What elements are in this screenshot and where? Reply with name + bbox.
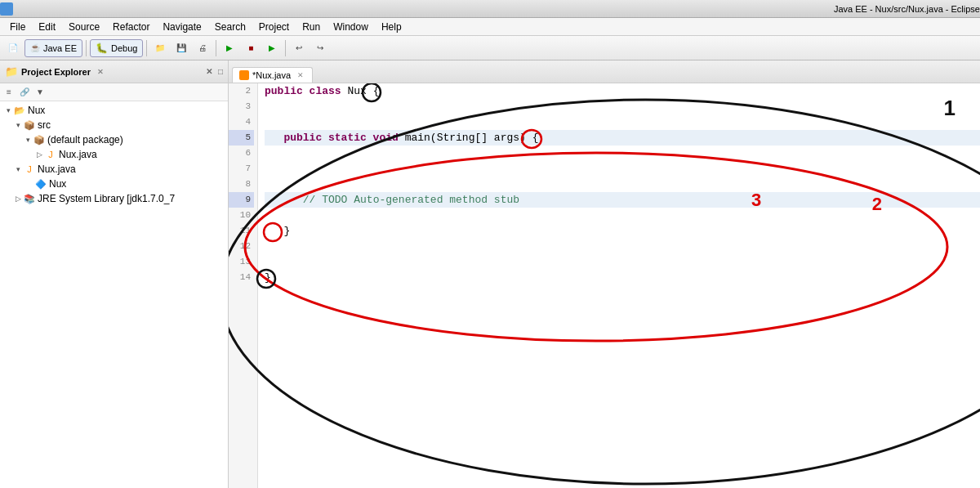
- tree-label-nux: Nux: [28, 105, 45, 116]
- code-line-7: [265, 161, 980, 177]
- tree-label-pkg: (default package): [47, 134, 123, 146]
- title-bar: Java EE - Nux/src/Nux.java - Eclipse: [0, 0, 980, 18]
- save-button[interactable]: 💾: [172, 38, 191, 58]
- package-icon: 📦: [33, 133, 46, 146]
- collapse-all-button[interactable]: ≡: [2, 85, 16, 100]
- code-line-6: [265, 146, 980, 161]
- tree-arrow-nux-java1: ▷: [34, 150, 44, 159]
- debug-perspective[interactable]: 🐛 Debug: [90, 39, 143, 57]
- line-num-10: 10: [229, 208, 254, 223]
- editor-content[interactable]: 2 3 4 5 6 7 8 9 10 11 12 13 14 public cl…: [229, 83, 980, 488]
- menu-help[interactable]: Help: [375, 20, 408, 34]
- tree-item-jre[interactable]: ▷ 📚 JRE System Library [jdk1.7.0_7: [0, 191, 228, 206]
- code-line-2: public class Nux {: [265, 83, 980, 99]
- new-button[interactable]: 📄: [3, 38, 23, 58]
- line-num-7: 7: [229, 161, 254, 177]
- eclipse-icon: [0, 2, 13, 16]
- stop-button[interactable]: ■: [241, 38, 261, 58]
- java-ee-label: Java EE: [43, 43, 77, 53]
- view-menu-button[interactable]: ▼: [33, 85, 47, 100]
- tab-label: *Nux.java: [252, 70, 291, 80]
- menu-file[interactable]: File: [3, 20, 32, 34]
- tree-arrow-nux-class: [24, 179, 34, 189]
- code-area: 2 3 4 5 6 7 8 9 10 11 12 13 14 public cl…: [229, 83, 980, 488]
- toolbar: 📄 ☕ Java EE 🐛 Debug 📁 💾 🖨 ▶ ■ ▶ ↩ ↪: [0, 36, 980, 60]
- code-line-9: // TODO Auto-generated method stub: [265, 192, 980, 208]
- tree-item-nux-java-2[interactable]: ▾ J Nux.java: [0, 162, 228, 177]
- editor-tabs: *Nux.java ✕: [229, 60, 980, 83]
- tree-arrow-nux-java2: ▾: [13, 164, 23, 174]
- editor-panel: *Nux.java ✕ 2 3 4 5 6 7 8 9 10 11 12: [229, 60, 980, 488]
- line-num-4: 4: [229, 114, 254, 130]
- project-icon: 📂: [13, 104, 26, 117]
- tree-label-src: src: [38, 119, 51, 131]
- jre-icon: 📚: [23, 192, 36, 205]
- tab-close-button[interactable]: ✕: [297, 71, 304, 79]
- line-num-2: 2: [229, 83, 254, 99]
- code-lines[interactable]: public class Nux { public static void ma…: [258, 83, 980, 488]
- project-tree: ▾ 📂 Nux ▾ 📦 src ▾ 📦 (default package): [0, 101, 228, 488]
- menu-run[interactable]: Run: [296, 20, 327, 34]
- menu-refactor[interactable]: Refactor: [106, 20, 156, 34]
- tree-item-default-package[interactable]: ▾ 📦 (default package): [0, 132, 228, 147]
- code-line-12: [265, 239, 980, 254]
- menu-project[interactable]: Project: [252, 20, 296, 34]
- menu-search[interactable]: Search: [208, 20, 252, 34]
- line-num-5: 5: [229, 130, 254, 146]
- class-icon: 🔷: [34, 177, 47, 190]
- tree-label-nux-class: Nux: [49, 178, 66, 190]
- code-line-3: [265, 99, 980, 114]
- project-explorer-folder-icon: 📁: [5, 65, 18, 78]
- toolbar-separator3: [216, 40, 216, 56]
- line-num-6: 6: [229, 146, 254, 161]
- tree-arrow-jre: ▷: [13, 194, 23, 204]
- java-ee-perspective[interactable]: ☕ Java EE: [24, 39, 82, 57]
- menu-bar: File Edit Source Refactor Navigate Searc…: [0, 18, 980, 36]
- tree-label-jre: JRE System Library [jdk1.7.0_7: [38, 193, 175, 204]
- code-line-14: }: [265, 270, 980, 285]
- run-button[interactable]: ▶: [220, 38, 239, 58]
- line-num-8: 8: [229, 177, 254, 192]
- undo-button[interactable]: ↩: [289, 38, 309, 58]
- menu-navigate[interactable]: Navigate: [156, 20, 207, 34]
- code-line-8: [265, 177, 980, 192]
- line-num-11: 11: [229, 223, 254, 239]
- tree-item-nux-project[interactable]: ▾ 📂 Nux: [0, 103, 228, 118]
- tree-item-src[interactable]: ▾ 📦 src: [0, 118, 228, 132]
- panel-minimize-button[interactable]: □: [218, 67, 223, 76]
- project-explorer-panel: 📁 Project Explorer ✕ ✕ □ ≡ 🔗 ▼ ▾ 📂 Nux ▾…: [0, 60, 229, 488]
- tree-item-nux-class[interactable]: 🔷 Nux: [0, 177, 228, 191]
- debug-icon: 🐛: [96, 43, 108, 54]
- code-line-10: [265, 208, 980, 223]
- menu-source[interactable]: Source: [62, 20, 106, 34]
- java-ee-icon: ☕: [30, 43, 40, 52]
- code-line-5: public static void main(String[] args) {: [265, 130, 980, 146]
- java-file-icon-2: J: [23, 163, 36, 176]
- open-button[interactable]: 📁: [150, 38, 170, 58]
- tree-label-nux-java2: Nux.java: [38, 163, 76, 175]
- line-numbers: 2 3 4 5 6 7 8 9 10 11 12 13 14: [229, 83, 258, 488]
- toolbar-separator: [86, 40, 87, 56]
- tree-arrow-nux: ▾: [3, 105, 13, 115]
- line-num-9: 9: [229, 192, 254, 208]
- tree-item-nux-java-1[interactable]: ▷ J Nux.java: [0, 147, 228, 162]
- line-num-3: 3: [229, 99, 254, 114]
- menu-window[interactable]: Window: [327, 20, 375, 34]
- toolbar-separator4: [285, 40, 286, 56]
- code-line-13: [265, 254, 980, 270]
- debug-run-button[interactable]: ▶: [262, 38, 282, 58]
- debug-label: Debug: [111, 43, 137, 53]
- java-file-icon-1: J: [44, 148, 57, 161]
- editor-tab-nux[interactable]: *Nux.java ✕: [232, 67, 313, 83]
- menu-edit[interactable]: Edit: [32, 20, 62, 34]
- tree-arrow-src: ▾: [13, 120, 23, 130]
- main-layout: 📁 Project Explorer ✕ ✕ □ ≡ 🔗 ▼ ▾ 📂 Nux ▾…: [0, 60, 980, 488]
- tree-arrow-pkg: ▾: [23, 135, 33, 145]
- print-button[interactable]: 🖨: [193, 38, 212, 58]
- src-icon: 📦: [23, 119, 36, 132]
- panel-header: 📁 Project Explorer ✕ ✕ □: [0, 60, 228, 83]
- line-num-13: 13: [229, 254, 254, 270]
- link-editor-button[interactable]: 🔗: [17, 85, 32, 100]
- redo-button[interactable]: ↪: [310, 38, 330, 58]
- panel-close-button[interactable]: ✕: [206, 67, 212, 76]
